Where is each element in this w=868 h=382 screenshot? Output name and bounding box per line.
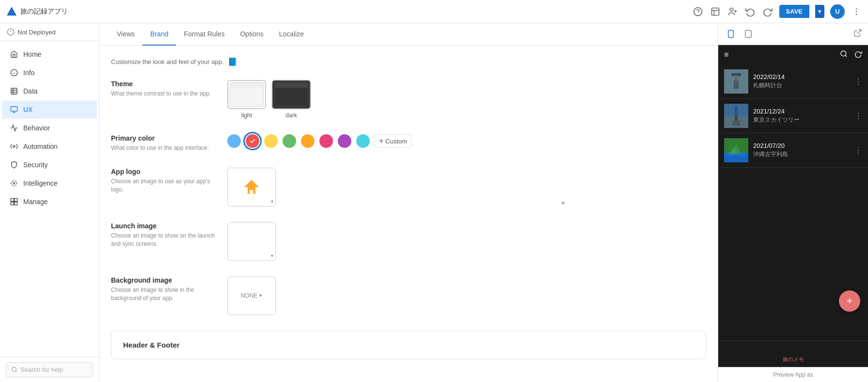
theme-option-light[interactable]: light — [227, 80, 266, 119]
tablet-preview-icon[interactable] — [742, 27, 755, 41]
tab-options[interactable]: Options — [232, 23, 271, 46]
preview-footer: 旅のメモ — [718, 341, 868, 367]
house-icon-container — [228, 168, 275, 206]
app-logo-placeholder[interactable]: ▾ — [227, 168, 276, 207]
home-icon — [10, 50, 18, 59]
preview-menu-icon[interactable]: ≡ — [724, 50, 728, 59]
redo-icon[interactable] — [762, 6, 773, 17]
not-deployed-badge[interactable]: Not Deployed — [0, 23, 99, 41]
launch-image-desc: Choose an image to show on the launch an… — [111, 232, 218, 248]
sidebar-item-intelligence[interactable]: Intelligence — [2, 174, 97, 192]
help-icon[interactable] — [692, 6, 704, 17]
color-red[interactable] — [246, 134, 259, 148]
preview-list-item[interactable]: 2022/02/14 札幌時計台 ⋮ — [718, 64, 868, 99]
tab-views[interactable]: Views — [109, 23, 142, 46]
sidebar-search[interactable]: Search for help — [0, 357, 99, 382]
add-user-icon[interactable] — [727, 6, 739, 17]
launch-image-label: Launch image Choose an image to show on … — [111, 222, 218, 248]
sidebar-item-info[interactable]: Info — [2, 64, 97, 82]
color-purple[interactable] — [338, 134, 351, 148]
preview-item-date-1: 2022/02/14 — [753, 73, 850, 80]
svg-point-48 — [734, 76, 739, 80]
thumb-image-2 — [724, 104, 748, 128]
custom-color-label: Custom — [385, 138, 407, 145]
search-input[interactable]: Search for help — [6, 362, 93, 377]
header-footer-title: Header & Footer — [123, 341, 694, 349]
content-area: Views Brand Format Rules Options Localiz… — [99, 23, 718, 382]
topbar-actions: SAVE ▾ U — [692, 4, 862, 19]
theme-box-light[interactable] — [227, 80, 266, 109]
theme-light-label: light — [241, 112, 252, 119]
svg-point-26 — [13, 145, 15, 147]
color-blue[interactable] — [227, 134, 241, 148]
svg-rect-53 — [724, 104, 748, 116]
svg-point-7 — [730, 8, 733, 11]
color-orange[interactable] — [301, 134, 315, 148]
app-logo-row: App logo Choose an image to use as your … — [111, 168, 706, 207]
sidebar-item-security[interactable]: Security — [2, 156, 97, 174]
svg-point-10 — [856, 8, 857, 9]
launch-image-placeholder[interactable]: ▾ — [227, 222, 276, 261]
document-icon[interactable] — [710, 6, 721, 17]
more-icon[interactable] — [851, 6, 862, 17]
preview-item-dots-2[interactable]: ⋮ — [854, 111, 862, 121]
sidebar-item-manage[interactable]: Manage — [2, 192, 97, 211]
theme-box-dark[interactable] — [272, 80, 311, 109]
content-body: Customize the look and feel of your app.… — [99, 46, 718, 382]
theme-option-dark[interactable]: dark — [272, 80, 311, 119]
custom-color-button[interactable]: + Custom — [375, 134, 411, 148]
preview-item-dots-3[interactable]: ⋮ — [854, 146, 862, 155]
tab-brand[interactable]: Brand — [142, 23, 176, 46]
svg-rect-19 — [11, 88, 17, 94]
background-image-placeholder[interactable]: NONE ▾ — [227, 276, 276, 315]
list-icon — [789, 345, 797, 353]
sidebar-item-behavior[interactable]: Behavior — [2, 119, 97, 137]
svg-line-33 — [16, 371, 16, 372]
svg-marker-34 — [244, 180, 259, 187]
theme-title: Theme — [111, 80, 218, 88]
undo-icon[interactable] — [744, 6, 756, 17]
preview-item-date-2: 2021/12/24 — [753, 108, 850, 115]
preview-thumb-1 — [724, 69, 748, 94]
sidebar-item-data[interactable]: Data — [2, 82, 97, 100]
color-yellow[interactable] — [264, 134, 278, 148]
color-cyan[interactable] — [356, 134, 370, 148]
sidebar-item-ux[interactable]: UX — [2, 100, 97, 119]
theme-options: light dark — [227, 80, 706, 119]
svg-point-11 — [856, 11, 857, 12]
behavior-icon — [10, 124, 18, 132]
preview-list-item[interactable]: 2021/07/20 沖縄古宇利島 ⋮ — [718, 133, 868, 168]
preview-app-header: ≡ — [718, 45, 868, 64]
save-dropdown-button[interactable]: ▾ — [815, 5, 824, 18]
preview-item-name-3: 沖縄古宇利島 — [753, 150, 850, 159]
color-green[interactable] — [283, 134, 296, 148]
sidebar-item-home[interactable]: Home — [2, 45, 97, 64]
fab-button[interactable]: + — [839, 290, 860, 312]
save-button[interactable]: SAVE — [779, 5, 809, 18]
avatar[interactable]: U — [830, 4, 845, 19]
preview-refresh-icon[interactable] — [854, 50, 862, 60]
sidebar-item-intelligence-label: Intelligence — [23, 179, 58, 187]
tab-format-rules[interactable]: Format Rules — [176, 23, 232, 46]
app-logo: 旅の記録アプリ — [6, 6, 68, 17]
preview-thumb-2 — [724, 104, 748, 128]
mobile-preview-icon[interactable] — [724, 27, 738, 41]
content-tabs: Views Brand Format Rules Options Localiz… — [99, 23, 718, 46]
ux-icon — [10, 105, 18, 114]
preview-search-icon[interactable] — [840, 50, 848, 60]
preview-item-name-2: 東京スカイツリー — [753, 116, 850, 124]
svg-point-12 — [856, 14, 857, 15]
customize-hint-text: Customize the look and feel of your app. — [111, 58, 224, 65]
color-pink[interactable] — [319, 134, 333, 148]
tab-localize[interactable]: Localize — [271, 23, 312, 46]
svg-rect-52 — [732, 121, 740, 126]
app-logo-desc: Choose an image to use as your app's log… — [111, 177, 218, 194]
open-preview-icon[interactable] — [853, 29, 862, 39]
sidebar-item-automation[interactable]: Automation — [2, 137, 97, 156]
preview-item-dots-1[interactable]: ⋮ — [854, 77, 862, 86]
book-icon: 📘 — [228, 57, 237, 66]
preview-app: ≡ — [718, 45, 868, 367]
primary-color-title: Primary color — [111, 134, 218, 142]
svg-rect-28 — [11, 198, 14, 201]
preview-list-item[interactable]: 2021/12/24 東京スカイツリー ⋮ — [718, 99, 868, 133]
